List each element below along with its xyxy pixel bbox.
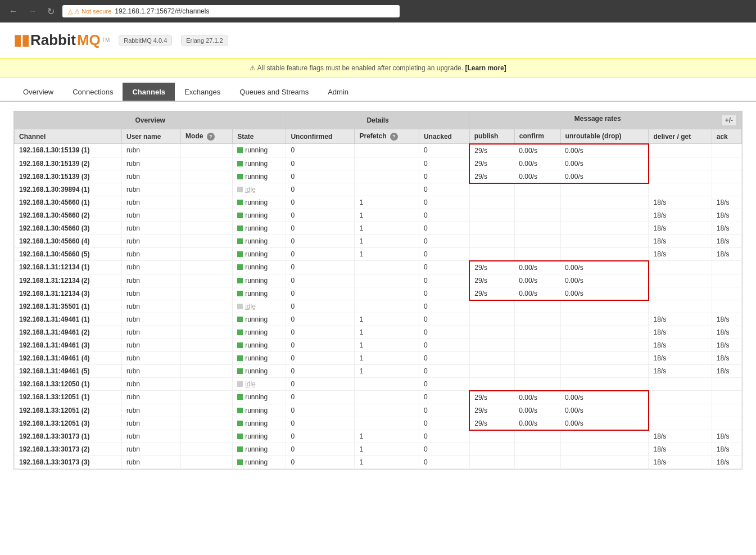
unroutable-cell: [560, 443, 649, 456]
channel-name-cell[interactable]: 192.168.1.33:30173 (2): [15, 443, 122, 456]
main-content: Overview Details Message rates +/- Chann…: [0, 102, 756, 479]
ack-cell: [712, 144, 741, 157]
channel-name-cell[interactable]: 192.168.1.30:15139 (2): [15, 157, 122, 170]
channel-name-cell[interactable]: 192.168.1.33:12051 (1): [15, 391, 122, 404]
tab-queues-streams[interactable]: Queues and Streams: [230, 83, 318, 101]
prefetch-cell: 1: [355, 365, 419, 378]
user-name-cell: rubn: [122, 365, 181, 378]
deliver-get-cell: 18/s: [649, 456, 712, 469]
channel-name-cell[interactable]: 192.168.1.30:45660 (5): [15, 248, 122, 261]
channel-name-cell[interactable]: 192.168.1.31:49461 (3): [15, 339, 122, 352]
col-deliver-get: deliver / get: [649, 129, 712, 144]
prefetch-cell: 1: [355, 313, 419, 326]
confirm-cell: [514, 248, 560, 261]
state-cell: running: [233, 144, 286, 157]
tab-admin[interactable]: Admin: [318, 83, 358, 101]
unroutable-cell: [560, 300, 649, 313]
col-unacked: Unacked: [419, 129, 469, 144]
mode-cell: [181, 248, 233, 261]
confirm-cell: 0.00/s: [514, 391, 560, 404]
state-cell: running: [233, 235, 286, 248]
channel-name-cell[interactable]: 192.168.1.30:45660 (2): [15, 209, 122, 222]
mode-cell: [181, 313, 233, 326]
plus-minus-button[interactable]: +/-: [721, 115, 737, 126]
prefetch-cell: [355, 183, 419, 196]
mode-cell: [181, 430, 233, 443]
publish-cell: [469, 313, 514, 326]
channel-name-cell[interactable]: 192.168.1.31:49461 (4): [15, 352, 122, 365]
deliver-get-cell: 18/s: [649, 430, 712, 443]
channel-name-cell[interactable]: 192.168.1.31:49461 (5): [15, 365, 122, 378]
publish-cell: [469, 339, 514, 352]
reload-button[interactable]: ↻: [45, 4, 57, 19]
col-publish: publish: [469, 129, 514, 144]
publish-cell: [469, 365, 514, 378]
user-name-cell: rubn: [122, 144, 181, 157]
publish-cell: [469, 378, 514, 391]
state-cell: running: [233, 391, 286, 404]
channel-name-cell[interactable]: 192.168.1.33:30173 (3): [15, 456, 122, 469]
tab-connections[interactable]: Connections: [63, 83, 123, 101]
ack-cell: 18/s: [712, 339, 741, 352]
back-button[interactable]: ←: [7, 4, 20, 19]
mode-help-icon[interactable]: ?: [207, 133, 215, 141]
channel-name-cell[interactable]: 192.168.1.33:12050 (1): [15, 378, 122, 391]
channel-name-cell[interactable]: 192.168.1.30:45660 (4): [15, 235, 122, 248]
state-label: running: [245, 393, 268, 401]
user-name-cell: rubn: [122, 430, 181, 443]
unconfirmed-cell: 0: [286, 235, 355, 248]
user-name-cell: rubn: [122, 209, 181, 222]
browser-chrome: ← → ↻ △ ⚠ Not secure 192.168.1.27:15672/…: [0, 0, 756, 22]
forward-button[interactable]: →: [26, 4, 39, 19]
col-unconfirmed: Unconfirmed: [286, 129, 355, 144]
mode-cell: [181, 209, 233, 222]
unacked-cell: 0: [419, 456, 469, 469]
channel-name-cell[interactable]: 192.168.1.30:39894 (1): [15, 183, 122, 196]
prefetch-help-icon[interactable]: ?: [390, 133, 398, 141]
state-cell: idle: [233, 378, 286, 391]
unconfirmed-cell: 0: [286, 417, 355, 430]
user-name-cell: rubn: [122, 352, 181, 365]
learn-more-link[interactable]: [Learn more]: [465, 64, 506, 72]
col-mode: Mode ?: [181, 129, 233, 144]
unconfirmed-cell: 0: [286, 326, 355, 339]
channel-name-cell[interactable]: 192.168.1.30:15139 (1): [15, 144, 122, 157]
state-cell: running: [233, 157, 286, 170]
channel-name-cell[interactable]: 192.168.1.31:49461 (2): [15, 326, 122, 339]
channel-name-cell[interactable]: 192.168.1.31:12134 (1): [15, 261, 122, 274]
channel-name-cell[interactable]: 192.168.1.30:45660 (3): [15, 222, 122, 235]
unacked-cell: 0: [419, 209, 469, 222]
deliver-get-cell: 18/s: [649, 313, 712, 326]
table-row: 192.168.1.33:12051 (1)rubnrunning0029/s0…: [15, 391, 742, 404]
channel-name-cell[interactable]: 192.168.1.31:12134 (3): [15, 287, 122, 300]
channel-name-cell[interactable]: 192.168.1.31:49461 (1): [15, 313, 122, 326]
channel-name-cell[interactable]: 192.168.1.33:12051 (2): [15, 404, 122, 417]
state-label: running: [245, 328, 268, 336]
deliver-get-cell: 18/s: [649, 196, 712, 209]
unacked-cell: 0: [419, 339, 469, 352]
table-row: 192.168.1.31:12134 (3)rubnrunning0029/s0…: [15, 287, 742, 300]
ack-cell: 18/s: [712, 209, 741, 222]
channel-name-cell[interactable]: 192.168.1.30:45660 (1): [15, 196, 122, 209]
table-row: 192.168.1.33:12051 (2)rubnrunning0029/s0…: [15, 404, 742, 417]
channel-name-cell[interactable]: 192.168.1.33:30173 (1): [15, 430, 122, 443]
publish-cell: 29/s: [469, 417, 514, 430]
message-rates-group-header: Message rates +/-: [469, 112, 741, 129]
unacked-cell: 0: [419, 352, 469, 365]
channel-name-cell[interactable]: 192.168.1.31:12134 (2): [15, 274, 122, 287]
state-cell: running: [233, 196, 286, 209]
tab-overview[interactable]: Overview: [13, 83, 63, 101]
channel-name-cell[interactable]: 192.168.1.33:12051 (3): [15, 417, 122, 430]
channel-name-cell[interactable]: 192.168.1.31:35501 (1): [15, 300, 122, 313]
state-cell: running: [233, 352, 286, 365]
tab-exchanges[interactable]: Exchanges: [175, 83, 230, 101]
address-bar[interactable]: △ ⚠ Not secure 192.168.1.27:15672/#/chan…: [62, 5, 400, 17]
running-dot: [237, 342, 243, 348]
channel-name-cell[interactable]: 192.168.1.30:15139 (3): [15, 170, 122, 183]
user-name-cell: rubn: [122, 261, 181, 274]
publish-cell: 29/s: [469, 287, 514, 300]
unroutable-cell: [560, 313, 649, 326]
tab-channels[interactable]: Channels: [123, 83, 175, 101]
unroutable-cell: [560, 248, 649, 261]
user-name-cell: rubn: [122, 417, 181, 430]
